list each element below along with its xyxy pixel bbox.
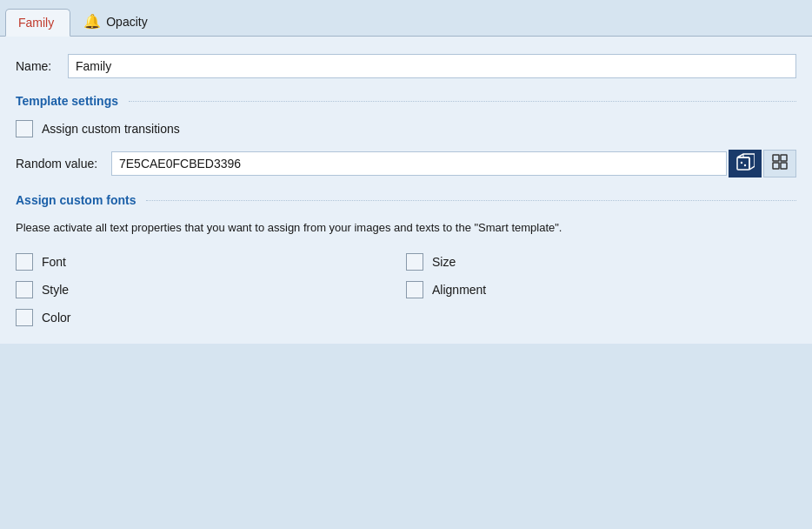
- template-settings-title: Template settings: [16, 94, 125, 108]
- main-content: Name: Template settings Assign custom tr…: [0, 37, 812, 344]
- grid-button[interactable]: [763, 150, 796, 177]
- random-value-label: Random value:: [16, 157, 111, 171]
- font-checkbox-item-alignment: Alignment: [406, 281, 796, 298]
- svg-rect-5: [773, 163, 779, 169]
- tab-family[interactable]: Family: [5, 9, 70, 37]
- svg-point-1: [741, 161, 742, 163]
- alignment-label: Alignment: [432, 283, 486, 297]
- name-label: Name:: [16, 59, 68, 73]
- opacity-icon: 🔔: [83, 13, 101, 30]
- cube-icon: [735, 152, 755, 176]
- tab-opacity-label: Opacity: [106, 15, 147, 29]
- font-checkbox-item-style: Style: [16, 281, 406, 298]
- font-checkbox[interactable]: [16, 253, 33, 271]
- svg-rect-4: [781, 155, 787, 161]
- font-checkbox-item-color: Color: [16, 309, 406, 326]
- size-label: Size: [432, 255, 456, 269]
- tab-opacity[interactable]: 🔔 Opacity: [70, 6, 163, 37]
- name-row: Name:: [16, 54, 796, 78]
- random-value-row: Random value:: [16, 150, 796, 177]
- font-checkbox-item-size: Size: [406, 253, 796, 271]
- size-checkbox[interactable]: [406, 253, 423, 271]
- tab-family-label: Family: [18, 16, 54, 30]
- alignment-checkbox[interactable]: [406, 281, 423, 298]
- color-checkbox[interactable]: [16, 309, 33, 326]
- description-text: Please activate all text properties that…: [16, 219, 772, 238]
- assign-transitions-label: Assign custom transitions: [42, 122, 180, 136]
- name-input[interactable]: [68, 54, 796, 78]
- tabs-bar: Family 🔔 Opacity: [0, 0, 812, 37]
- svg-rect-3: [773, 155, 779, 161]
- style-checkbox[interactable]: [16, 281, 33, 298]
- assign-transitions-checkbox[interactable]: [16, 120, 33, 137]
- font-checkbox-item-font: Font: [16, 253, 406, 271]
- svg-rect-0: [737, 157, 749, 170]
- assign-transitions-row: Assign custom transitions: [16, 120, 796, 137]
- assign-fonts-divider: [146, 200, 796, 201]
- font-properties-grid: Font Size Style Alignment Color: [16, 253, 796, 326]
- font-label: Font: [42, 255, 66, 269]
- template-settings-header: Template settings: [16, 94, 796, 108]
- assign-fonts-title: Assign custom fonts: [16, 193, 143, 207]
- svg-point-2: [744, 164, 746, 165]
- assign-fonts-header: Assign custom fonts: [16, 193, 796, 207]
- color-label: Color: [42, 311, 70, 325]
- grid-icon: [771, 153, 789, 175]
- random-cube-button[interactable]: [729, 150, 762, 177]
- style-label: Style: [42, 283, 69, 297]
- template-settings-divider: [129, 101, 796, 102]
- random-value-input[interactable]: [111, 151, 727, 176]
- svg-rect-6: [781, 163, 787, 169]
